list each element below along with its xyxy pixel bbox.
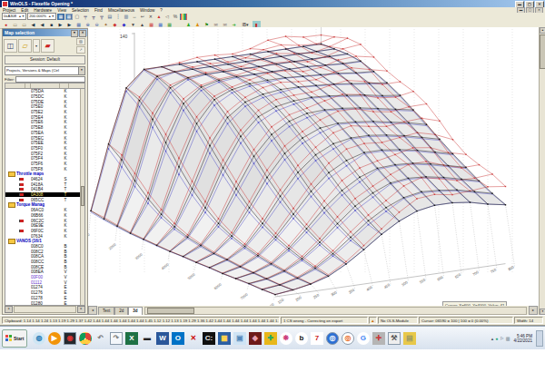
toolbar-icon[interactable]: ↩ bbox=[139, 14, 146, 20]
filter-input[interactable] bbox=[15, 76, 85, 83]
toolbar-icon[interactable]: ▲ bbox=[155, 14, 163, 20]
spinner-icon[interactable]: ▲▼ bbox=[48, 14, 54, 19]
taskbar-icon[interactable]: ◉ bbox=[64, 332, 76, 345]
panel-toolbar-icon[interactable]: ▱ bbox=[18, 39, 32, 53]
panel-close-button[interactable]: ✕ bbox=[79, 30, 86, 37]
taskbar-icon[interactable]: ↷ bbox=[110, 332, 123, 345]
taskbar-icon[interactable]: ◆ bbox=[249, 332, 262, 345]
toolbar-icon[interactable]: ▶ bbox=[65, 21, 74, 28]
column-header[interactable] bbox=[31, 83, 60, 88]
surface-plot-3d[interactable]: 1401502002503003504004505005506006507007… bbox=[88, 27, 539, 306]
toolbar-icon[interactable]: ▤ bbox=[106, 14, 114, 20]
taskbar-icon[interactable]: W bbox=[156, 332, 169, 345]
taskbar-icon[interactable]: ◎ bbox=[342, 332, 354, 345]
scroll-track[interactable] bbox=[14, 306, 76, 313]
map-3d-view[interactable]: 1401502002503003504004505005506006507007… bbox=[88, 27, 539, 306]
taskbar-icon[interactable]: • bbox=[79, 332, 92, 345]
tray-icon[interactable]: ▴ bbox=[491, 336, 494, 341]
toolbar-icon[interactable]: ■ bbox=[47, 21, 55, 28]
title-bar[interactable]: WinOLS - Flexefile Opening * ▬▢✕ bbox=[0, 0, 545, 7]
panel-toolbar-icon[interactable]: ▾ bbox=[33, 39, 40, 53]
scroll-thumb[interactable] bbox=[540, 34, 545, 69]
taskbar-icon[interactable]: b bbox=[295, 332, 308, 345]
taskbar-icon[interactable]: ◍ bbox=[33, 332, 45, 345]
menu-item[interactable]: Window bbox=[137, 8, 157, 13]
tray-icon[interactable]: ● bbox=[495, 336, 498, 341]
toolbar-icon[interactable]: ┆ bbox=[114, 14, 122, 20]
menu-item[interactable]: Hardware bbox=[31, 8, 54, 13]
panel-toolbar-icon[interactable]: ▰ bbox=[41, 39, 54, 53]
panel-toolbar-icon[interactable]: ◫ bbox=[4, 39, 17, 53]
panel-hscrollbar[interactable]: ◂ ▸ bbox=[5, 306, 85, 313]
chevron-down-icon[interactable]: ▾ bbox=[78, 67, 84, 74]
taskbar-icon[interactable]: ✚ bbox=[264, 332, 277, 345]
column-header[interactable] bbox=[5, 83, 25, 88]
toolbar-icon[interactable]: ● bbox=[2, 21, 10, 28]
scroll-thumb[interactable] bbox=[81, 186, 84, 206]
toolbar-icon[interactable]: ◀ bbox=[38, 21, 46, 28]
toolbar-icon[interactable]: % bbox=[172, 14, 179, 20]
toolbar-icon[interactable]: ▭ bbox=[20, 21, 28, 28]
taskbar-icon[interactable]: C: bbox=[203, 332, 215, 345]
scroll-left-icon[interactable]: ◂ bbox=[5, 306, 13, 313]
taskbar-icon[interactable]: ▶ bbox=[48, 332, 61, 345]
list-item[interactable]: 01280 E bbox=[5, 300, 84, 306]
plot-vscrollbar[interactable]: ▴ ▾ bbox=[539, 27, 545, 315]
taskbar-icon[interactable]: 7 bbox=[311, 332, 323, 345]
toolbar-icon[interactable]: ▢ bbox=[74, 14, 81, 20]
taskbar-icon[interactable]: ❋ bbox=[280, 332, 292, 345]
panel-small-icon[interactable]: ↗ bbox=[76, 46, 85, 54]
toolbar-icon[interactable]: ▭ bbox=[11, 21, 19, 28]
panel-pin-button[interactable]: ▾ bbox=[71, 30, 78, 37]
menu-item[interactable]: View bbox=[54, 8, 69, 13]
menu-item[interactable]: Project bbox=[0, 8, 18, 13]
scroll-down-icon[interactable]: ▾ bbox=[540, 309, 545, 315]
map-list[interactable]: 075DA K 075DC K bbox=[5, 89, 85, 306]
tray-icon[interactable]: ▥ bbox=[506, 336, 510, 341]
scroll-thumb[interactable] bbox=[147, 308, 194, 314]
spinner-icon[interactable]: ▲▼ bbox=[18, 14, 25, 19]
taskbar-icon[interactable]: X bbox=[125, 332, 138, 345]
taskbar-icon[interactable]: ✕ bbox=[187, 332, 200, 345]
panel-small-icon[interactable]: ▨ bbox=[76, 38, 85, 45]
tray-icon[interactable]: ⚐ bbox=[500, 336, 503, 341]
tab-scroll-left-icon[interactable]: ◂ bbox=[88, 306, 97, 315]
toolbar-icon[interactable]: ▦ bbox=[57, 14, 64, 20]
view-tab[interactable]: Text bbox=[98, 307, 114, 315]
toolbar-icon[interactable]: ▦ bbox=[74, 21, 83, 28]
taskbar-icon[interactable]: ▬ bbox=[141, 332, 154, 345]
menu-item[interactable]: Find bbox=[92, 8, 105, 13]
panel-title-bar[interactable]: Map selection ▾ ✕ bbox=[3, 29, 87, 36]
toolbar-icon[interactable]: ╤ bbox=[82, 14, 89, 20]
toolbar-icon[interactable]: ╦ bbox=[98, 14, 105, 20]
tab-scroll-right-icon[interactable]: ▸ bbox=[529, 306, 538, 315]
toolbar-icon[interactable]: ◁ bbox=[164, 14, 171, 20]
taskbar-icon[interactable]: ▤ bbox=[403, 332, 416, 345]
scroll-up-icon[interactable]: ▴ bbox=[540, 27, 545, 34]
taskbar-icon[interactable]: ✛ bbox=[372, 332, 385, 345]
toolbar-icon[interactable]: ▶ bbox=[56, 21, 64, 28]
show-desktop-button[interactable] bbox=[536, 330, 543, 347]
menu-item[interactable]: Miscellaneous bbox=[105, 8, 137, 13]
map-size-combo[interactable]: 0xA308▲▼ bbox=[2, 13, 26, 20]
taskbar-icon[interactable]: ▣ bbox=[233, 332, 246, 345]
plot-hscrollbar[interactable] bbox=[144, 307, 527, 315]
menu-item[interactable]: Edit bbox=[18, 8, 31, 13]
scroll-right-icon[interactable]: ▸ bbox=[77, 306, 85, 313]
toolbar-icon[interactable]: ╥ bbox=[90, 14, 97, 20]
start-button[interactable]: Start bbox=[2, 329, 27, 348]
toolbar-icon[interactable]: ▆ bbox=[180, 14, 187, 20]
taskbar-icon[interactable]: ⚒ bbox=[388, 332, 401, 345]
toolbar-icon[interactable]: ◀ bbox=[29, 21, 37, 28]
taskbar-icon[interactable]: ↶ bbox=[94, 332, 107, 345]
taskbar-icon[interactable]: O bbox=[172, 332, 184, 345]
taskbar-icon[interactable]: G bbox=[357, 332, 370, 345]
toolbar-icon[interactable]: ↔ bbox=[131, 14, 138, 20]
view-tab[interactable]: 3d bbox=[128, 307, 142, 315]
view-tab[interactable]: 2d bbox=[114, 307, 128, 315]
toolbar-icon[interactable]: ▥ bbox=[123, 14, 130, 20]
toolbar-icon[interactable]: ▦ bbox=[65, 14, 73, 20]
session-button[interactable]: Session: Default bbox=[5, 55, 85, 64]
taskbar-icon[interactable]: ▦ bbox=[218, 332, 231, 345]
menu-item[interactable]: Selection bbox=[69, 8, 92, 13]
